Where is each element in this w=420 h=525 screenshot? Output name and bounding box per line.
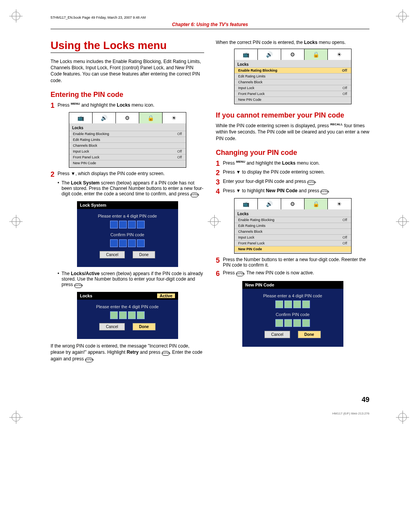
tab-setup-icon: ⚙: [116, 112, 139, 123]
forget-text: While the PIN code entering screen is di…: [216, 123, 369, 142]
tab-locks-icon: 🔒: [304, 198, 328, 209]
tab-preferences-icon: ☀: [328, 198, 351, 209]
change-heading: Changing your PIN code: [216, 149, 369, 157]
footer-code: HM117 (E/F) Web 213:276: [51, 412, 369, 415]
tab-audio-icon: 🔊: [93, 112, 116, 123]
page-number: 49: [51, 396, 369, 404]
done-button: Done: [298, 331, 321, 338]
tab-picture-icon: 📺: [69, 112, 93, 123]
cancel-button: Cancel: [100, 251, 125, 258]
entering-heading: Entering the PIN code: [51, 91, 204, 99]
recall-keycap-icon: RECALL: [330, 123, 343, 126]
page-title: Using the Locks menu: [51, 39, 204, 53]
step-number: 2: [51, 171, 54, 178]
new-pin-dialog: New PIN Code Please enter a 4 digit PIN …: [242, 281, 343, 347]
enter-button-icon: ENTER: [307, 180, 315, 185]
locks-active-dialog: Locks Active Please enter the 4 digit PI…: [77, 292, 178, 339]
tab-audio-icon: 🔊: [258, 198, 281, 209]
tab-preferences-icon: ☀: [328, 49, 351, 60]
step-2: 2 Press ▼, which displays the PIN code e…: [51, 171, 204, 178]
enter-button-icon: ENTER: [85, 358, 93, 362]
tab-setup-icon: ⚙: [281, 198, 304, 209]
tab-locks-icon: 🔒: [304, 49, 328, 60]
change-step-1: 1 Press MENU and highlight the Locks men…: [216, 160, 369, 167]
tab-audio-icon: 🔊: [258, 49, 281, 60]
locks-menu-opened-screenshot: 📺 🔊 ⚙ 🔒 ☀ Locks Enable Rating BlockingOf…: [234, 49, 352, 104]
tab-picture-icon: 📺: [234, 49, 258, 60]
change-step-3: 3 Enter your four-digit PIN code and pre…: [216, 179, 369, 186]
enter-button-icon: ENTER: [320, 190, 328, 194]
done-button: Done: [133, 251, 155, 258]
enter-button-icon: ENTER: [236, 272, 244, 276]
chapter-title: Chapter 6: Using the TV's features: [51, 22, 369, 29]
tab-picture-icon: 📺: [234, 198, 258, 209]
step-number: 1: [51, 102, 54, 109]
enter-button-icon: ENTER: [191, 193, 198, 197]
done-button: Done: [133, 323, 156, 330]
tab-setup-icon: ⚙: [281, 49, 304, 60]
tab-preferences-icon: ☀: [163, 112, 186, 123]
change-step-6: 6 Press ENTER. The new PIN code is now a…: [216, 270, 369, 277]
wrong-pin-text: If the wrong PIN code is entered, the me…: [51, 343, 204, 362]
step-1: 1 Press MENU and highlight the Locks men…: [51, 102, 204, 109]
change-step-2: 2 Press ▼ to display the PIN code enteri…: [216, 169, 369, 176]
menu-keycap-icon: MENU: [236, 160, 245, 163]
header-book-info: 57HM117_EN.book Page 49 Friday, March 23…: [51, 16, 369, 19]
lock-system-dialog: Lock System Please enter a 4 digit PIN c…: [77, 201, 178, 267]
enter-button-icon: ENTER: [74, 283, 82, 288]
locks-menu-newpin-screenshot: 📺 🔊 ⚙ 🔒 ☀ Locks Enable Rating BlockingOf…: [234, 198, 352, 254]
menu-keycap-icon: MENU: [71, 102, 80, 105]
enter-button-icon: ENTER: [162, 351, 170, 356]
locks-menu-screenshot: 📺 🔊 ⚙ 🔒 ☀ Locks Enable Rating BlockingOf…: [69, 112, 186, 168]
forget-heading: If you cannot remember your PIN code: [216, 111, 369, 119]
cancel-button: Cancel: [264, 331, 290, 338]
cancel-button: Cancel: [99, 323, 124, 330]
correct-pin-text: When the correct PIN code is entered, th…: [216, 39, 369, 46]
change-step-5: 5 Press the Number buttons to enter a ne…: [216, 257, 369, 268]
change-step-4: 4 Press ▼ to highlight New PIN Code and …: [216, 188, 369, 195]
tab-locks-icon: 🔒: [139, 112, 163, 123]
intro-text: The Locks menu includes the Enable Ratin…: [51, 58, 204, 84]
